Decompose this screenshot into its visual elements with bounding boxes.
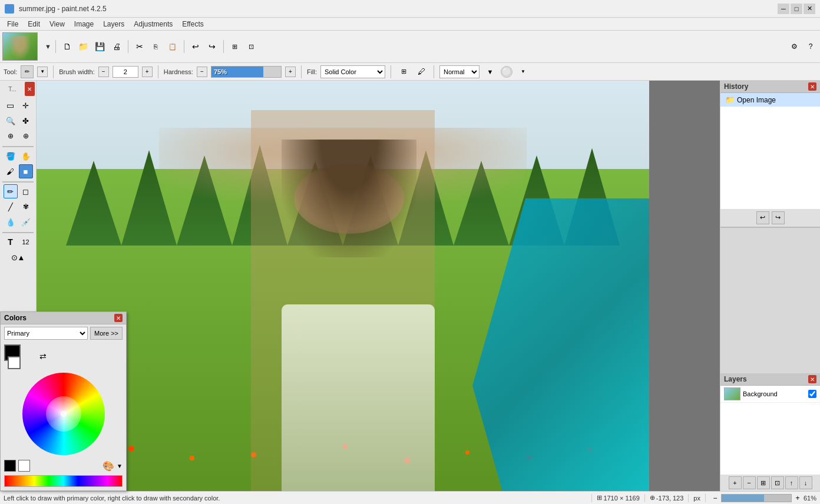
toolbar-cut[interactable]: ✂	[133, 39, 147, 54]
fill-option-1[interactable]: ⊞	[396, 65, 411, 79]
layer-visibility-checkbox[interactable]	[808, 390, 816, 398]
tool-arrow-button[interactable]: ▼	[37, 67, 48, 77]
layer-thumbnail	[724, 387, 740, 400]
tool-recolor[interactable]: 💧	[4, 215, 18, 229]
image-preview-thumbnail[interactable]	[2, 32, 38, 61]
brush-width-increase[interactable]: +	[142, 67, 153, 77]
colors-close-button[interactable]: ✕	[114, 314, 123, 322]
menu-edit[interactable]: Edit	[23, 19, 45, 29]
history-redo-button[interactable]: ↪	[772, 211, 785, 224]
toolbar-settings-2[interactable]: ?	[804, 39, 818, 54]
zoom-out-button[interactable]: −	[710, 493, 720, 503]
tool-paint-bucket[interactable]: 🪣	[4, 149, 18, 163]
layers-nav: + − ⊞ ⊡ ↑ ↓	[720, 475, 820, 491]
tool-shapes[interactable]: ⊙▲	[3, 250, 34, 264]
toolbar-paste[interactable]: 📋	[166, 39, 180, 54]
toolbar-print[interactable]: 🖨	[110, 39, 124, 54]
menu-view[interactable]: View	[45, 19, 70, 29]
layers-remove-button[interactable]: −	[743, 476, 756, 489]
color-palette-strip[interactable]	[4, 475, 123, 487]
toolbar-crop[interactable]: ⊞	[228, 39, 242, 54]
tool-text[interactable]: T	[4, 235, 18, 249]
toolbar-settings-1[interactable]: ⚙	[787, 39, 801, 54]
swap-colors-icon[interactable]: ⇄	[39, 352, 47, 361]
dropdown-arrow-thumbnail[interactable]: ▼	[45, 43, 51, 50]
history-close-button[interactable]: ✕	[808, 82, 816, 91]
brush-width-input[interactable]: 2	[113, 66, 138, 78]
hardness-increase[interactable]: +	[285, 67, 296, 77]
blend-option-1[interactable]: ▼	[483, 65, 497, 79]
tool-eyedropper[interactable]: 💉	[19, 215, 33, 229]
layers-move-up-button[interactable]: ↑	[785, 476, 798, 489]
canvas-image[interactable]	[37, 81, 649, 491]
color-wheel-selector[interactable]	[61, 411, 67, 417]
toolbar-resize[interactable]: ⊡	[244, 39, 259, 54]
blend-option-arrow[interactable]: ▼	[516, 65, 530, 79]
palette-dropdown[interactable]: ▼	[117, 463, 123, 469]
hardness-bar[interactable]: 75%	[211, 66, 282, 78]
menu-adjustments[interactable]: Adjustments	[129, 19, 177, 29]
maximize-button[interactable]: □	[791, 4, 802, 14]
tool-pencil-button[interactable]: ✏	[21, 65, 34, 78]
layers-add-button[interactable]: +	[729, 476, 742, 489]
fill-option-2[interactable]: 🖊	[414, 65, 428, 79]
status-sep-3	[688, 494, 689, 502]
layer-item-background[interactable]: Background	[720, 386, 820, 403]
tool-fill-rect[interactable]: ■	[19, 164, 33, 178]
tool-paint1[interactable]: 🖌	[4, 164, 18, 178]
title-bar-controls: ─ □ ✕	[778, 4, 815, 14]
menu-image[interactable]: Image	[70, 19, 98, 29]
menu-file[interactable]: File	[2, 19, 23, 29]
tool-pan[interactable]: ✋	[19, 149, 33, 163]
palette-icon[interactable]: 🎨	[102, 460, 114, 472]
layers-duplicate-button[interactable]: ⊞	[757, 476, 770, 489]
colors-more-button[interactable]: More >>	[90, 327, 123, 340]
tool-pencil[interactable]: ✏	[4, 184, 18, 198]
right-panel-spacer	[720, 228, 820, 374]
tool-zoom2[interactable]: ⊕	[19, 129, 33, 143]
tool-clone[interactable]: ✾	[19, 200, 33, 214]
blend-option-2[interactable]: ⚪	[501, 66, 512, 78]
white-swatch[interactable]	[18, 460, 30, 472]
tool-move[interactable]: ✛	[19, 98, 33, 112]
status-unit: px	[693, 495, 700, 502]
black-swatch[interactable]	[4, 460, 16, 472]
tool-lasso[interactable]: 🔍	[4, 114, 18, 128]
hardness-value: 75%	[214, 68, 227, 75]
secondary-color-swatch[interactable]	[8, 356, 21, 369]
tool-line[interactable]: ╱	[4, 200, 18, 214]
tool-eraser[interactable]: ◻	[19, 184, 33, 198]
layers-properties-button[interactable]: ⊡	[771, 476, 784, 489]
color-mode-select[interactable]: Primary Secondary	[4, 327, 88, 340]
toolbar-open[interactable]: 📁	[77, 39, 91, 54]
brush-width-decrease[interactable]: −	[98, 67, 109, 77]
zoom-slider[interactable]	[721, 494, 792, 502]
title-bar-left: summer.jpg - paint.net 4.2.5	[5, 4, 107, 14]
menu-layers[interactable]: Layers	[98, 19, 129, 29]
layers-close-button[interactable]: ✕	[808, 375, 816, 383]
toolbar-redo[interactable]: ↪	[205, 39, 219, 54]
toolbar-new[interactable]: 🗋	[60, 39, 74, 54]
tool-magic-wand[interactable]: ✤	[19, 114, 33, 128]
tool-number[interactable]: 12	[19, 235, 33, 249]
hardness-decrease[interactable]: −	[197, 67, 207, 77]
toolbar-copy[interactable]: ⎘	[149, 39, 163, 54]
close-button[interactable]: ✕	[804, 4, 815, 14]
history-item-open-image[interactable]: 📁 Open Image	[720, 93, 820, 107]
tool-zoom[interactable]: ⊕	[4, 129, 18, 143]
fill-select[interactable]: Solid Color Linear Gradient Radial Gradi…	[320, 65, 385, 78]
blend-mode-select[interactable]: Normal Multiply Screen	[439, 65, 480, 78]
toolbar-save[interactable]: 💾	[93, 39, 107, 54]
canvas-area[interactable]	[37, 81, 720, 491]
history-panel-header: History ✕	[720, 81, 820, 93]
tool-rectangle-select[interactable]: ▭	[4, 98, 18, 112]
toolbar-undo[interactable]: ↩	[189, 39, 203, 54]
zoom-in-button[interactable]: +	[793, 493, 802, 503]
color-wheel-wrapper[interactable]	[22, 373, 105, 455]
history-undo-button[interactable]: ↩	[756, 211, 769, 224]
toolbox-close[interactable]: ✕	[25, 82, 35, 96]
history-folder-icon: 📁	[725, 95, 735, 104]
layers-move-down-button[interactable]: ↓	[799, 476, 812, 489]
minimize-button[interactable]: ─	[778, 4, 789, 14]
menu-effects[interactable]: Effects	[177, 19, 208, 29]
